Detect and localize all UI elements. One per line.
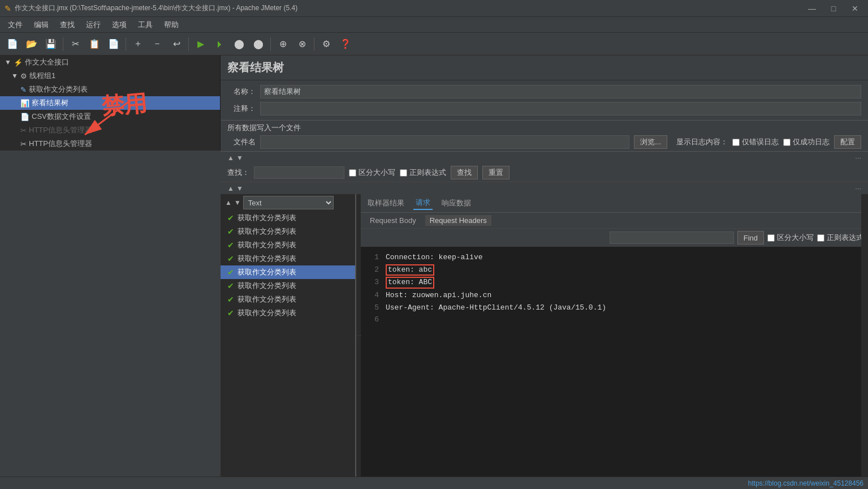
line-num-1: 1 [365, 252, 379, 263]
tree-root-icon: ⚡ [14, 58, 23, 67]
close-button[interactable]: ✕ [847, 3, 863, 14]
tree-item-httpheader1[interactable]: ✂ HTTP信息头管理器 [0, 123, 220, 137]
menu-file[interactable]: 文件 [2, 18, 28, 32]
panel-header: 察看结果树 [221, 55, 868, 80]
config-button[interactable]: 配置 [834, 135, 861, 149]
tree-item-viewresults[interactable]: 📊 察看结果树 [0, 96, 220, 110]
tree-item-httpheader2[interactable]: ✂ HTTP信息头管理器 [0, 137, 220, 151]
result-item-3[interactable]: ✔ 获取作文分类列表 [221, 238, 355, 252]
line-num-2: 2 [365, 264, 379, 276]
result-item-8[interactable]: ✔ 获取作文分类列表 [221, 306, 355, 320]
menu-options[interactable]: 选项 [106, 18, 132, 32]
tree-httpheader2-icon: ✂ [20, 140, 27, 148]
result-item-5[interactable]: ✔ 获取作文分类列表 [221, 265, 355, 279]
toolbar-shutdown[interactable]: ⬤ [249, 35, 267, 53]
browse-button[interactable]: 浏览... [634, 135, 667, 149]
menu-tools[interactable]: 工具 [132, 18, 158, 32]
filename-input[interactable] [260, 135, 629, 149]
list-down-arrow[interactable]: ▼ [234, 199, 241, 207]
dots-menu2[interactable]: ··· [855, 184, 861, 192]
reset-button[interactable]: 重置 [482, 166, 509, 179]
toolbar-new[interactable]: 📄 [3, 35, 21, 53]
highlight-token-abc: token: abc [386, 264, 434, 276]
results-list-header: ▲ ▼ Text XML JSON HTML [221, 194, 355, 211]
vertical-drag-handle[interactable]: ⋮ [356, 194, 361, 477]
regex-group: 正则表达式 [400, 168, 446, 178]
tree-item-getlist[interactable]: ✎ 获取作文分类列表 [0, 83, 220, 96]
tab-sampler-result[interactable]: 取样器结果 [365, 197, 407, 209]
maximize-button[interactable]: □ [825, 3, 842, 14]
up-arrow-button2[interactable]: ▲ [227, 185, 234, 192]
toolbar-start-no-pause[interactable]: ⏵ [211, 35, 229, 53]
menu-run[interactable]: 运行 [80, 18, 106, 32]
toolbar-clear-all[interactable]: ⊕ [274, 35, 292, 53]
error-log-checkbox[interactable] [732, 139, 740, 146]
toolbar-undo[interactable]: ↩ [167, 35, 185, 53]
view-type-dropdown[interactable]: Text XML JSON HTML [243, 196, 334, 209]
toolbar: 📄 📂 💾 ✂ 📋 📄 ＋ － ↩ ▶ ⏵ ⬤ ⬤ ⊕ ⊗ ⚙ ❓ [0, 33, 868, 55]
down-arrow-button2[interactable]: ▼ [236, 185, 243, 192]
toolbar-stop[interactable]: ⬤ [230, 35, 248, 53]
find-case-checkbox[interactable] [767, 234, 775, 242]
tab-request[interactable]: 请求 [413, 196, 433, 210]
result-item-6[interactable]: ✔ 获取作文分类列表 [221, 279, 355, 293]
case-sensitive-checkbox[interactable] [349, 169, 356, 177]
tree-item-csv[interactable]: 📄 CSV数据文件设置 [0, 110, 220, 123]
toolbar-sep3 [188, 37, 189, 51]
toolbar-remove[interactable]: － [148, 35, 166, 53]
toolbar-cut[interactable]: ✂ [66, 35, 84, 53]
toolbar-save[interactable]: 💾 [42, 35, 60, 53]
success-log-checkbox[interactable] [783, 139, 791, 146]
toolbar-sep1 [63, 37, 63, 51]
list-up-arrow[interactable]: ▲ [225, 199, 232, 207]
menu-find[interactable]: 查找 [54, 18, 80, 32]
vertical-scrollbar[interactable] [861, 194, 868, 477]
toolbar-clear[interactable]: ⊗ [293, 35, 311, 53]
result-label-2: 获取作文分类列表 [237, 226, 296, 237]
sub-tabs-row: Request Body Request Headers [361, 213, 868, 229]
find-button[interactable]: 查找 [451, 166, 478, 179]
left-panel: ▼ ⚡ 作文大全接口 ▼ ⚙ 线程组1 ✎ 获取作文分类列表 📊 察看结果树 📄… [0, 55, 221, 151]
tree-listener-icon: 📊 [20, 99, 29, 108]
toolbar-add[interactable]: ＋ [129, 35, 147, 53]
find-btn[interactable]: Find [737, 231, 764, 244]
comment-input[interactable] [260, 102, 861, 115]
find-input[interactable] [610, 231, 734, 244]
toolbar-copy[interactable]: 📋 [85, 35, 103, 53]
menu-help[interactable]: 帮助 [158, 18, 184, 32]
result-item-4[interactable]: ✔ 获取作文分类列表 [221, 252, 355, 265]
tree-item-root[interactable]: ▼ ⚡ 作文大全接口 [0, 55, 220, 69]
name-input[interactable] [260, 85, 861, 98]
result-item-2[interactable]: ✔ 获取作文分类列表 [221, 225, 355, 238]
search-input[interactable] [254, 166, 344, 179]
file-section: 所有数据写入一个文件 文件名 浏览... 显示日志内容： 仅错误日志 仅成功日志… [221, 120, 868, 152]
results-list: ▲ ▼ Text XML JSON HTML ✔ 获取作文分类列表 ✔ [221, 194, 356, 477]
toolbar-sep5 [314, 37, 314, 51]
find-regex-checkbox[interactable] [817, 234, 824, 242]
line-num-4: 4 [365, 290, 379, 301]
sub-tab-request-headers[interactable]: Request Headers [425, 215, 491, 226]
code-line-4: 4 Host: zuowen.api.juhe.cn [361, 289, 868, 302]
result-label-8: 获取作文分类列表 [237, 308, 296, 318]
sub-tab-request-body[interactable]: Request Body [365, 215, 421, 226]
tab-response-data[interactable]: 响应数据 [439, 197, 473, 209]
up-arrow-button[interactable]: ▲ [227, 154, 234, 162]
regex-checkbox[interactable] [400, 169, 407, 177]
tree-item-threadgroup[interactable]: ▼ ⚙ 线程组1 [0, 69, 220, 83]
tree-getlist-label: 获取作文分类列表 [29, 84, 88, 95]
menu-edit[interactable]: 编辑 [28, 18, 54, 32]
result-item-1[interactable]: ✔ 获取作文分类列表 [221, 211, 355, 225]
tree-csv-icon: 📄 [20, 113, 29, 121]
find-case-sensitive-group: 区分大小写 [767, 233, 814, 243]
toolbar-settings[interactable]: ⚙ [317, 35, 335, 53]
dots-menu[interactable]: ··· [855, 153, 861, 162]
find-regex-group: 正则表达式 [817, 233, 863, 243]
code-area: 1 Connection: keep-alive 2 token: abc 3 … [361, 247, 868, 477]
toolbar-paste[interactable]: 📄 [105, 35, 123, 53]
toolbar-start[interactable]: ▶ [192, 35, 210, 53]
minimize-button[interactable]: — [804, 3, 821, 14]
down-arrow-button[interactable]: ▼ [236, 154, 243, 162]
result-item-7[interactable]: ✔ 获取作文分类列表 [221, 293, 355, 306]
toolbar-help[interactable]: ❓ [336, 35, 355, 53]
toolbar-open[interactable]: 📂 [23, 35, 41, 53]
